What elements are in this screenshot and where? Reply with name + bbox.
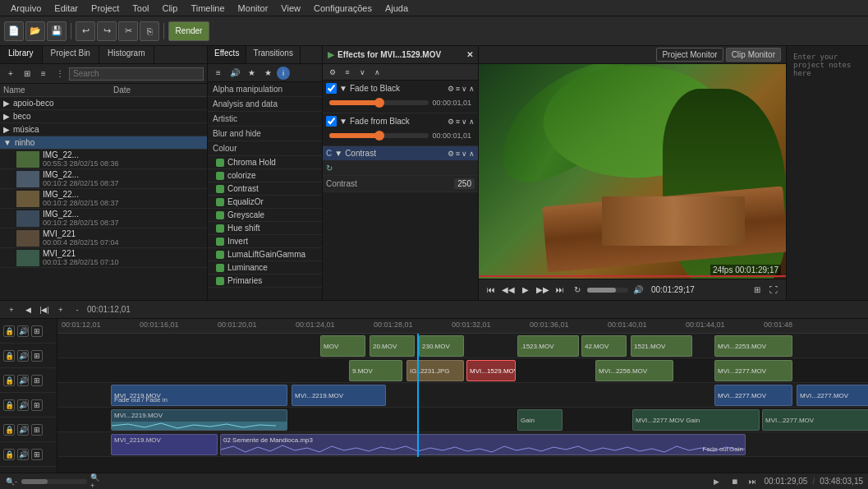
tl-back[interactable]: ◀ bbox=[21, 303, 34, 316]
effect-settings-btn[interactable]: ⚙ bbox=[448, 150, 454, 158]
menu-editar[interactable]: Editar bbox=[48, 2, 85, 15]
effect-collapse-btn[interactable]: ∧ bbox=[469, 118, 475, 126]
volume-btn[interactable]: 🔊 bbox=[631, 283, 645, 298]
tc-lock[interactable]: 🔒 bbox=[3, 399, 15, 411]
cat-alpha[interactable]: Alpha manipulation bbox=[208, 82, 322, 97]
file-item-0[interactable]: IMG_22... 00:55:3 28/02/15 08:36 bbox=[0, 150, 207, 169]
search-input[interactable] bbox=[69, 67, 204, 81]
effect-menu-btn[interactable]: ≡ bbox=[456, 85, 460, 93]
menu-timeline[interactable]: Timeline bbox=[184, 2, 231, 15]
effects-panel-close[interactable]: ✕ bbox=[466, 50, 473, 59]
tc-lock[interactable]: 🔒 bbox=[3, 424, 15, 436]
cat-artistic[interactable]: Artistic bbox=[208, 112, 322, 127]
effect-invert[interactable]: Invert bbox=[208, 235, 322, 248]
clip-audio-2277-gain[interactable]: MVI...2277.MOV Gain bbox=[632, 409, 760, 431]
effect-hue-shift[interactable]: Hue shift bbox=[208, 222, 322, 235]
folder-beco[interactable]: ▶ beco bbox=[0, 110, 207, 123]
effect-entry-header-contrast[interactable]: C ▼ Contrast ⚙ ≡ ∨ ∧ bbox=[323, 146, 478, 160]
tl-snap[interactable]: |◀| bbox=[38, 303, 51, 316]
preview-progress-bar[interactable] bbox=[479, 275, 786, 277]
fullscreen-btn[interactable]: ⛶ bbox=[766, 283, 781, 298]
menu-arquivo[interactable]: Arquivo bbox=[4, 2, 48, 15]
tc-mute[interactable]: 🔊 bbox=[17, 325, 29, 337]
menu-tool[interactable]: Tool bbox=[126, 2, 155, 15]
tc-solo[interactable]: ⊞ bbox=[31, 449, 43, 460]
clip-20mov[interactable]: 20.MOV bbox=[370, 335, 415, 357]
clip-ig2231[interactable]: IG..2231.JPG bbox=[406, 360, 464, 381]
tl-zoom-out[interactable]: - bbox=[71, 303, 84, 316]
effect-settings-btn[interactable]: ⚙ bbox=[448, 85, 454, 93]
clip-2219-v3a[interactable]: MVI_2219.MOV Fade out / Fade in bbox=[111, 385, 287, 406]
cat-analysis[interactable]: Analysis and data bbox=[208, 97, 322, 112]
effects-list-btn2[interactable]: 🔊 bbox=[227, 67, 242, 80]
effect-luminance[interactable]: Luminance bbox=[208, 261, 322, 274]
redo-button[interactable]: ↪ bbox=[97, 21, 117, 41]
effect-entry-header-ffb[interactable]: ▼ Fade from Black ⚙ ≡ ∨ ∧ bbox=[323, 113, 478, 129]
ep-align[interactable]: ≡ bbox=[341, 66, 354, 79]
timeline-tracks-area[interactable]: 00:01:12,01 00:01:16,01 00:01:20,01 00:0… bbox=[57, 319, 868, 473]
tc-mute[interactable]: 🔊 bbox=[17, 375, 29, 386]
tl-zoom-in-btn[interactable]: 🔍+ bbox=[90, 475, 103, 488]
effect-expand-btn[interactable]: ∨ bbox=[462, 150, 467, 158]
file-item-3[interactable]: IMG_22... 00:10:2 28/02/15 08:37 bbox=[0, 209, 207, 228]
tl-add-track[interactable]: + bbox=[5, 303, 18, 316]
clip-9mov[interactable]: 9.MOV bbox=[349, 360, 402, 381]
effect-greyscale[interactable]: Greyscale bbox=[208, 209, 322, 222]
tc-solo[interactable]: ⊞ bbox=[31, 375, 43, 386]
effect-colorize[interactable]: colorize bbox=[208, 169, 322, 182]
tc-solo[interactable]: ⊞ bbox=[31, 325, 43, 337]
clip-1523[interactable]: .1523.MOV bbox=[517, 335, 579, 357]
effects-list-btn5[interactable]: i bbox=[277, 67, 290, 80]
tc-solo[interactable]: ⊞ bbox=[31, 424, 43, 436]
folder-ninho[interactable]: ▼ ninho bbox=[0, 136, 207, 150]
tl-play-btn[interactable]: ▶ bbox=[710, 475, 723, 488]
grid-view-btn[interactable]: ⊞ bbox=[20, 67, 34, 81]
clip-audio-2277-b[interactable]: MVI...2277.MOV bbox=[762, 409, 868, 431]
notes-textarea[interactable] bbox=[790, 49, 865, 297]
clip-42mov[interactable]: 42.MOV bbox=[581, 335, 627, 357]
effect-expand-btn[interactable]: ∨ bbox=[462, 85, 467, 93]
clip-2277-v3b[interactable]: MVI...2277.MOV bbox=[797, 385, 868, 406]
prev-frame-btn[interactable]: ◀◀ bbox=[501, 283, 516, 298]
open-button[interactable]: 📂 bbox=[25, 21, 45, 41]
tc-mute[interactable]: 🔊 bbox=[17, 424, 29, 436]
param-bar-thumb[interactable] bbox=[374, 131, 384, 141]
tl-zoom-in[interactable]: + bbox=[54, 303, 67, 316]
tc-lock[interactable]: 🔒 bbox=[3, 449, 15, 460]
effect-contrast[interactable]: Contrast bbox=[208, 182, 322, 196]
effect-lumalift[interactable]: LumaLiftGainGamma bbox=[208, 248, 322, 261]
tc-solo[interactable]: ⊞ bbox=[31, 350, 43, 362]
save-button[interactable]: 💾 bbox=[47, 21, 67, 41]
menu-clip[interactable]: Clip bbox=[155, 2, 184, 15]
skip-start-btn[interactable]: ⏮ bbox=[484, 283, 498, 298]
effect-primaries[interactable]: Primaries bbox=[208, 274, 322, 288]
tab-library[interactable]: Library bbox=[0, 46, 43, 63]
file-item-1[interactable]: IMG_22... 00:10:2 28/02/15 08:37 bbox=[0, 169, 207, 189]
preview-area[interactable]: 24fps 00:01:29;17 bbox=[479, 64, 786, 279]
clip-audio-semente[interactable]: 02 Semente de Mandioca.mp3 Fade out Gain bbox=[220, 434, 746, 455]
clip-2256[interactable]: MVI...2256.MOV bbox=[595, 360, 673, 381]
tl-stop-btn[interactable]: ⏹ bbox=[728, 475, 742, 488]
menu-view[interactable]: View bbox=[274, 2, 307, 15]
clip-2219-v3b[interactable]: MVI...2219.MOV bbox=[292, 385, 386, 406]
ep-expand[interactable]: ∨ bbox=[356, 66, 369, 79]
next-frame-btn[interactable]: ▶▶ bbox=[535, 283, 550, 298]
tc-solo[interactable]: ⊞ bbox=[31, 399, 43, 411]
menu-ajuda[interactable]: Ajuda bbox=[379, 2, 415, 15]
effect-menu-btn[interactable]: ≡ bbox=[456, 150, 460, 158]
menu-monitor[interactable]: Monitor bbox=[232, 2, 275, 15]
tl-zoom-out-btn[interactable]: 🔍- bbox=[5, 475, 18, 488]
undo-button[interactable]: ↩ bbox=[76, 21, 95, 41]
tc-mute[interactable]: 🔊 bbox=[17, 350, 29, 362]
clip-2253[interactable]: MVI...2253.MOV bbox=[714, 335, 792, 357]
effect-menu-btn[interactable]: ≡ bbox=[456, 118, 460, 126]
clip-audio-gain[interactable]: Gain bbox=[517, 409, 563, 431]
more-btn[interactable]: ⋮ bbox=[53, 67, 67, 81]
tc-lock[interactable]: 🔒 bbox=[3, 350, 15, 362]
effects-list-btn4[interactable]: ★ bbox=[260, 67, 275, 80]
tab-project-bin[interactable]: Project Bin bbox=[43, 46, 99, 63]
effect-enable-ftb[interactable] bbox=[326, 83, 337, 94]
tab-transitions[interactable]: Transitions bbox=[246, 46, 301, 63]
effect-entry-header-ftb[interactable]: ▼ Fade to Black ⚙ ≡ ∨ ∧ bbox=[323, 81, 478, 96]
file-item-4[interactable]: MVI_221 00:00:4 28/02/15 07:04 bbox=[0, 228, 207, 248]
